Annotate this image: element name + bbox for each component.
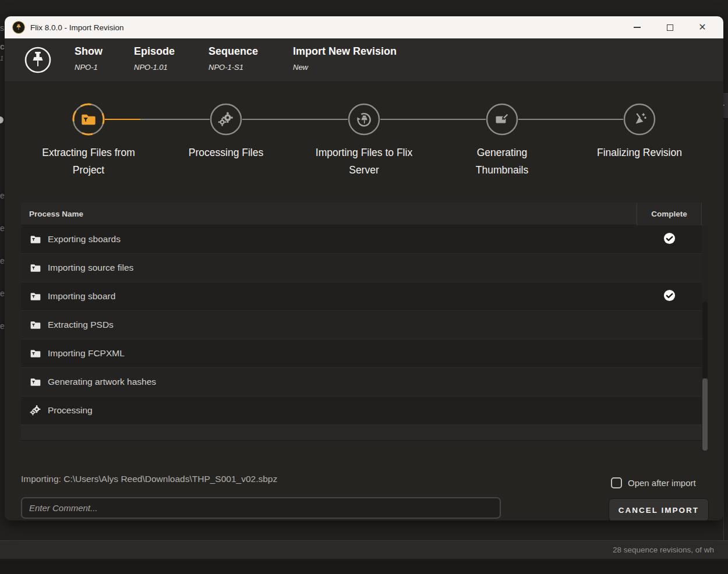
folder-filter-icon	[30, 348, 41, 359]
context-header: Show NPO-1 Episode NPO-1.01 Sequence NPO…	[5, 38, 723, 82]
table-row: Exporting sboards	[21, 225, 702, 254]
maximize-icon	[667, 24, 673, 31]
background-text-fragment: e	[0, 256, 5, 265]
context-column-sequence: Sequence NPO-1-S1	[208, 45, 258, 72]
check-circle-icon	[663, 289, 676, 304]
step-label-4: GeneratingThumbnails	[435, 144, 569, 179]
context-label: Import New Revision	[293, 45, 397, 58]
context-label: Sequence	[208, 45, 258, 58]
folder-filter-icon	[30, 376, 41, 388]
table-row: Extracting PSDs	[21, 311, 702, 339]
stepper-connector	[105, 119, 210, 120]
folder-filter-icon	[30, 233, 41, 245]
maximize-button[interactable]	[653, 16, 686, 38]
process-name: Importing sboard	[48, 291, 637, 302]
background-text-fragment: c	[0, 42, 5, 51]
stepper-connector	[242, 119, 348, 120]
context-value: NPO-1	[75, 63, 103, 72]
step-label-3: Importing Files to FlixServer	[297, 144, 431, 179]
process-name: Exporting sboards	[48, 234, 637, 245]
context-value: NPO-1.01	[134, 63, 175, 72]
background-shape-fragment	[0, 116, 3, 123]
context-value: NPO-1-S1	[208, 63, 258, 72]
status-text: 28 sequence revisions, of wh	[613, 545, 714, 554]
background-text-fragment: e	[0, 289, 5, 298]
process-name: Extracting PSDs	[48, 320, 637, 330]
step-label-1: Extracting Files fromProject	[22, 144, 156, 179]
table-header: Process Name Complete	[21, 203, 702, 225]
check-circle-icon	[663, 232, 676, 247]
folder-filter-icon	[30, 290, 41, 302]
minimize-button[interactable]	[621, 16, 653, 38]
process-name: Generating artwork hashes	[48, 377, 637, 387]
background-text-fragment: s	[0, 23, 4, 33]
complete-cell	[637, 232, 702, 247]
context-column-show: Show NPO-1	[75, 45, 103, 72]
process-table: Process Name Complete Exporting sboards …	[21, 203, 702, 441]
context-column-episode: Episode NPO-1.01	[134, 45, 175, 72]
table-scrollbar[interactable]	[702, 226, 709, 452]
table-empty-strip	[21, 425, 702, 441]
gears-icon	[30, 405, 41, 416]
import-revision-dialog: Flix 8.0.0 - Import Revision ✕	[5, 16, 723, 520]
background-text-fragment: e	[0, 224, 5, 233]
background-bottom-band	[0, 560, 728, 574]
open-after-import-label: Open after import	[628, 478, 696, 488]
dialog-body: Show NPO-1 Episode NPO-1.01 Sequence NPO…	[5, 38, 723, 520]
context-label: Show	[75, 45, 103, 58]
close-button[interactable]: ✕	[686, 16, 719, 38]
folder-filter-icon	[80, 111, 97, 130]
pushpin-icon	[21, 43, 55, 79]
window-title: Flix 8.0.0 - Import Revision	[30, 23, 124, 32]
complete-cell	[637, 289, 702, 304]
minimize-icon	[634, 27, 641, 27]
background-text-fragment: 1	[0, 55, 3, 62]
importing-path-label: Importing: C:\Users\Alys Reed\Downloads\…	[21, 474, 277, 484]
comment-input[interactable]	[21, 497, 501, 519]
background-status-bar: 28 sequence revisions, of wh	[0, 540, 728, 559]
context-value: New	[293, 63, 397, 72]
background-window-left-edge: sc1eeeee	[0, 0, 5, 574]
background-text-fragment: e	[0, 321, 5, 331]
context-label: Episode	[134, 45, 175, 58]
process-name: Processing	[48, 405, 637, 416]
folder-filter-icon	[30, 319, 41, 331]
pin-import-icon	[356, 111, 372, 130]
background-text-fragment: e	[0, 191, 5, 200]
broom-icon	[631, 111, 648, 130]
open-after-import-checkbox[interactable]	[611, 477, 622, 488]
table-row: Processing	[21, 396, 702, 425]
scrollbar-segment	[702, 302, 708, 378]
process-name: Importing FCPXML	[48, 348, 637, 359]
cancel-import-button[interactable]: CANCEL IMPORT	[609, 498, 709, 520]
background-window-edge	[723, 119, 724, 541]
close-icon: ✕	[698, 23, 706, 32]
table-row: Importing FCPXML	[21, 339, 702, 368]
folder-filter-icon	[30, 262, 41, 274]
table-row: Generating artwork hashes	[21, 368, 702, 396]
step-label-2: Processing Files	[159, 144, 293, 161]
table-row: Importing source files	[21, 254, 702, 282]
scrollbar-thumb[interactable]	[702, 378, 708, 451]
thumbnail-edit-icon	[494, 111, 510, 130]
stepper-connector	[518, 119, 623, 120]
flix-logo-icon	[12, 21, 25, 34]
progress-stepper: Extracting Files fromProject Processing …	[5, 83, 723, 182]
context-column-import-new-revision: Import New Revision New	[293, 45, 397, 72]
gears-icon	[218, 111, 234, 130]
column-header-complete: Complete	[637, 203, 702, 225]
open-after-import-option[interactable]: Open after import	[611, 477, 696, 488]
table-row: Importing sboard	[21, 282, 702, 311]
process-name: Importing source files	[48, 263, 637, 273]
column-header-process-name: Process Name	[29, 210, 637, 218]
step-label-5: Finalizing Revision	[572, 144, 706, 161]
dialog-titlebar: Flix 8.0.0 - Import Revision ✕	[5, 16, 723, 38]
stepper-connector	[380, 119, 486, 120]
